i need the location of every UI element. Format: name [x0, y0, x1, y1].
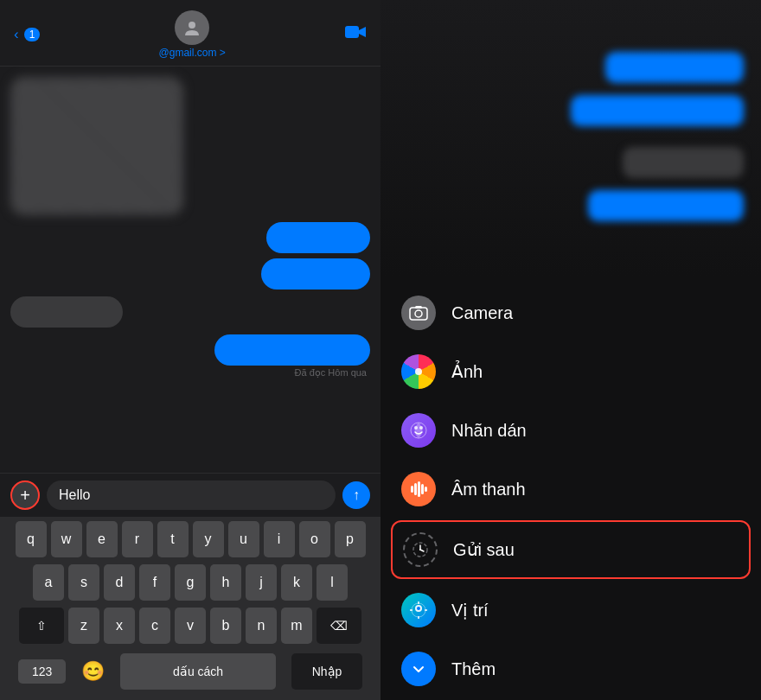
contact-email: @gmail.com > [159, 47, 226, 59]
key-t[interactable]: t [157, 521, 189, 557]
message-row [10, 222, 370, 290]
menu-item-sendlater[interactable]: Gửi sau [391, 520, 751, 579]
svg-rect-10 [414, 483, 417, 495]
svg-point-18 [419, 549, 421, 550]
menu-item-photos[interactable]: Ảnh [380, 342, 761, 401]
key-x[interactable]: x [104, 608, 135, 644]
key-c[interactable]: c [139, 608, 170, 644]
menu-item-stickers[interactable]: Nhãn dán [380, 401, 761, 460]
svg-point-0 [189, 22, 195, 29]
back-badge: 1 [24, 28, 41, 41]
blurred-image [10, 77, 183, 215]
sent-bubble [261, 258, 370, 290]
key-y[interactable]: y [193, 521, 224, 557]
blur-stripe [571, 95, 744, 126]
plus-button[interactable]: + [10, 480, 40, 510]
key-a[interactable]: a [33, 564, 64, 601]
menu-item-location[interactable]: Vị trí [380, 581, 761, 640]
svg-rect-9 [411, 486, 413, 493]
menu-item-more[interactable]: Thêm [380, 640, 761, 698]
key-w[interactable]: w [51, 521, 82, 557]
photos-icon [401, 354, 436, 389]
key-o[interactable]: o [299, 521, 330, 557]
svg-rect-1 [345, 26, 359, 38]
svg-point-3 [415, 310, 422, 317]
chat-area: Đã đọc Hôm qua [0, 67, 380, 473]
location-icon [401, 593, 436, 627]
menu-item-camera[interactable]: Camera [380, 283, 761, 342]
right-panel: Camera Ảnh Nhãn dán [380, 0, 761, 700]
read-status: Đã đọc Hôm qua [295, 367, 370, 379]
key-d[interactable]: d [104, 564, 135, 601]
key-f[interactable]: f [139, 564, 170, 601]
key-q[interactable]: q [16, 521, 47, 557]
svg-rect-4 [415, 306, 422, 309]
audio-label: Âm thanh [451, 480, 526, 500]
back-chevron-icon: ‹ [14, 26, 19, 43]
svg-rect-2 [410, 308, 427, 320]
svg-point-8 [419, 426, 423, 430]
blur-stripe [623, 147, 744, 178]
location-label: Vị trí [451, 600, 489, 620]
blur-stripe [605, 52, 744, 83]
more-label: Thêm [451, 659, 496, 679]
key-r[interactable]: r [122, 521, 153, 557]
svg-point-7 [414, 426, 418, 430]
video-call-button[interactable] [344, 23, 367, 46]
key-k[interactable]: k [281, 564, 312, 601]
key-z[interactable]: z [68, 608, 99, 644]
message-input[interactable]: Hello [47, 480, 336, 510]
sendlater-label: Gửi sau [453, 539, 515, 560]
blur-stripe [588, 190, 744, 221]
key-p[interactable]: p [335, 521, 366, 557]
svg-rect-13 [425, 487, 427, 492]
camera-label: Camera [451, 303, 513, 323]
send-button[interactable]: ↑ [342, 481, 370, 509]
blurred-chat-background [380, 0, 761, 277]
keyboard-bottom-row: 123 😊 dấu cách Nhập [0, 646, 380, 700]
key-n[interactable]: n [246, 608, 277, 644]
sent-bubble [266, 222, 370, 253]
key-s[interactable]: s [68, 564, 99, 601]
attachment-menu: Camera Ảnh Nhãn dán [380, 277, 761, 700]
sendlater-icon [403, 532, 438, 567]
return-key[interactable]: Nhập [291, 653, 362, 690]
photos-label: Ảnh [451, 361, 483, 382]
more-icon [401, 652, 436, 686]
svg-rect-12 [421, 484, 424, 494]
sent-bubble [214, 334, 370, 366]
keyboard: q w e r t y u i o p a s d f g h j k l ⇧ … [0, 517, 380, 700]
key-j[interactable]: j [246, 564, 277, 601]
numbers-key[interactable]: 123 [18, 659, 66, 684]
svg-point-5 [415, 368, 422, 375]
key-l[interactable]: l [317, 564, 348, 601]
emoji-key[interactable]: 😊 [81, 660, 105, 683]
audio-icon [401, 472, 436, 506]
camera-icon [401, 296, 436, 330]
left-panel: ‹ 1 @gmail.com > [0, 0, 380, 700]
space-key[interactable]: dấu cách [120, 653, 276, 690]
received-bubble [10, 296, 123, 328]
stickers-label: Nhãn dán [451, 421, 527, 441]
key-i[interactable]: i [264, 521, 295, 557]
avatar [175, 10, 209, 45]
svg-rect-11 [418, 481, 420, 497]
message-header: ‹ 1 @gmail.com > [0, 0, 380, 67]
menu-item-audio[interactable]: Âm thanh [380, 460, 761, 519]
key-m[interactable]: m [281, 608, 312, 644]
key-e[interactable]: e [86, 521, 118, 557]
key-b[interactable]: b [210, 608, 241, 644]
key-v[interactable]: v [175, 608, 206, 644]
keyboard-row-3: ⇧ z x c v b n m ⌫ [0, 603, 380, 646]
delete-key[interactable]: ⌫ [317, 608, 361, 644]
contact-info[interactable]: @gmail.com > [159, 10, 226, 59]
shift-key[interactable]: ⇧ [19, 608, 64, 644]
svg-point-20 [417, 607, 420, 610]
key-h[interactable]: h [210, 564, 241, 601]
key-g[interactable]: g [175, 564, 206, 601]
key-u[interactable]: u [228, 521, 259, 557]
sticker-icon [401, 413, 436, 448]
keyboard-row-2: a s d f g h j k l [0, 560, 380, 603]
back-button[interactable]: ‹ 1 [14, 26, 40, 43]
input-area: + Hello ↑ [0, 473, 380, 517]
